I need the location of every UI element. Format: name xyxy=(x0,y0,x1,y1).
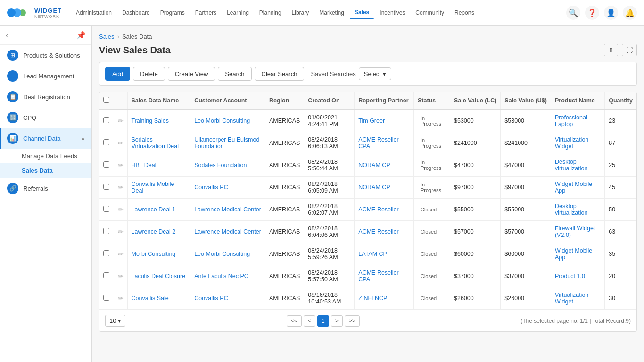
row-checkbox-7[interactable] xyxy=(103,272,109,278)
reporting-partner-link[interactable]: ZINFI NCP xyxy=(358,295,387,302)
row-checkbox-4[interactable] xyxy=(103,206,109,212)
customer-account-link[interactable]: Leo Morbi Consulting xyxy=(194,118,250,124)
row-checkbox-1[interactable] xyxy=(103,139,109,145)
select-all-checkbox[interactable] xyxy=(103,97,109,103)
reporting-partner-link[interactable]: ACME Reseller xyxy=(358,206,398,213)
export-icon-button[interactable]: ⬆ xyxy=(604,44,618,56)
pagination-first-button[interactable]: << xyxy=(287,315,302,327)
sidebar-pin-button[interactable]: 📌 xyxy=(76,31,86,40)
sidebar-sub-manage-data-feeds[interactable]: Manage Data Feeds xyxy=(0,149,91,163)
product-name-link[interactable]: Firewall Widget (V2.0) xyxy=(555,225,595,238)
row-checkbox-0[interactable] xyxy=(103,117,109,123)
pagination-prev-button[interactable]: < xyxy=(304,315,315,327)
customer-account-link[interactable]: Sodales Foundation xyxy=(194,162,247,168)
sidebar-item-lead-management[interactable]: 👤 Lead Management xyxy=(0,66,91,86)
nav-link-learning[interactable]: Learning xyxy=(222,7,254,19)
nav-link-partners[interactable]: Partners xyxy=(190,7,221,19)
sidebar-sub-sales-data[interactable]: Sales Data xyxy=(0,163,91,178)
pagination-page-1-button[interactable]: 1 xyxy=(317,315,329,327)
edit-icon-8[interactable]: ✏ xyxy=(118,295,124,302)
nav-link-sales[interactable]: Sales xyxy=(350,6,374,19)
nav-link-library[interactable]: Library xyxy=(287,7,314,19)
reporting-partner-link[interactable]: ACME Reseller CPA xyxy=(358,269,398,283)
customer-account-link[interactable]: Ante Laculis Nec PC xyxy=(194,273,248,279)
sales-data-name-link[interactable]: HBL Deal xyxy=(132,162,157,168)
nav-link-incentives[interactable]: Incentives xyxy=(375,7,410,19)
reporting-partner-link[interactable]: ACME Reseller xyxy=(358,228,398,235)
sales-data-name-link[interactable]: Convallis Sale xyxy=(132,295,169,302)
sidebar-item-referrals[interactable]: 🔗 Referrals xyxy=(0,178,91,199)
edit-icon-6[interactable]: ✏ xyxy=(118,250,124,258)
product-name-link[interactable]: Desktop virtualization xyxy=(555,203,587,216)
nav-link-programs[interactable]: Programs xyxy=(156,7,190,19)
fullscreen-icon-button[interactable]: ⛶ xyxy=(622,44,637,56)
row-region-cell: AMERICAS xyxy=(265,243,304,265)
reporting-partner-link[interactable]: NORAM CP xyxy=(358,184,390,191)
nav-link-reports[interactable]: Reports xyxy=(450,7,479,19)
logo-circle-1 xyxy=(7,8,16,17)
sidebar-item-products-solutions[interactable]: ⊞ Products & Solutions xyxy=(0,45,91,66)
product-name-link[interactable]: Desktop virtualization xyxy=(555,159,587,172)
reporting-partner-link[interactable]: ACME Reseller CPA xyxy=(358,136,398,150)
customer-account-link[interactable]: Convallis PC xyxy=(194,184,228,191)
edit-icon-5[interactable]: ✏ xyxy=(118,228,124,236)
product-name-link[interactable]: Virtualization Widget xyxy=(555,136,588,150)
reporting-partner-link[interactable]: LATAM CP xyxy=(358,251,387,257)
row-checkbox-8[interactable] xyxy=(103,295,109,301)
row-checkbox-5[interactable] xyxy=(103,228,109,234)
edit-icon-3[interactable]: ✏ xyxy=(118,184,124,191)
pagination-next-button[interactable]: > xyxy=(331,315,343,327)
delete-button[interactable]: Delete xyxy=(133,67,165,81)
reporting-partner-link[interactable]: NORAM CP xyxy=(358,162,390,168)
per-page-select[interactable]: 10 ▾ xyxy=(105,315,125,327)
nav-link-dashboard[interactable]: Dashboard xyxy=(117,7,155,19)
sales-data-name-link[interactable]: Laculis Deal Closure xyxy=(132,273,186,279)
breadcrumb-sales[interactable]: Sales xyxy=(99,33,115,40)
product-name-link[interactable]: Widget Mobile App xyxy=(555,247,592,261)
product-name-link[interactable]: Product 1.0 xyxy=(555,273,585,279)
customer-account-link[interactable]: Lawrence Medical Center xyxy=(194,206,261,213)
add-button[interactable]: Add xyxy=(105,67,130,81)
search-nav-button[interactable]: 🔍 xyxy=(566,6,580,20)
edit-icon-0[interactable]: ✏ xyxy=(118,117,124,125)
sidebar-item-cpq[interactable]: 🔢 CPQ xyxy=(0,107,91,128)
search-button[interactable]: Search xyxy=(218,67,251,81)
nav-link-marketing[interactable]: Marketing xyxy=(314,7,349,19)
sidebar-item-deal-registration[interactable]: 📋 Deal Registration xyxy=(0,86,91,107)
sales-data-name-link[interactable]: Convallis Mobile Deal xyxy=(132,181,174,194)
row-checkbox-3[interactable] xyxy=(103,184,109,190)
pagination-last-button[interactable]: >> xyxy=(345,315,360,327)
reporting-partner-link[interactable]: Tim Greer xyxy=(358,118,385,124)
edit-icon-2[interactable]: ✏ xyxy=(118,161,124,169)
product-name-link[interactable]: Widget Mobile App xyxy=(555,181,592,194)
customer-account-link[interactable]: Lawrence Medical Center xyxy=(194,228,261,235)
edit-icon-4[interactable]: ✏ xyxy=(118,206,124,213)
nav-link-community[interactable]: Community xyxy=(411,7,449,19)
nav-link-administration[interactable]: Administration xyxy=(71,7,116,19)
clear-search-button[interactable]: Clear Search xyxy=(255,67,305,81)
sales-data-name-link[interactable]: Lawrence Deal 2 xyxy=(132,228,176,235)
create-view-button[interactable]: Create View xyxy=(168,67,215,81)
edit-icon-1[interactable]: ✏ xyxy=(118,139,124,147)
sidebar-collapse-button[interactable]: ‹ xyxy=(6,31,8,40)
product-name-link[interactable]: Virtualization Widget xyxy=(555,292,588,305)
nav-link-planning[interactable]: Planning xyxy=(255,7,286,19)
row-region-cell: AMERICAS xyxy=(265,154,304,177)
customer-account-link[interactable]: Leo Morbi Consulting xyxy=(194,251,250,257)
customer-account-link[interactable]: Convallis PC xyxy=(194,295,228,302)
sidebar-item-channel-data[interactable]: 📊 Channel Data ▲ xyxy=(0,128,91,149)
select-chevron-icon: ▾ xyxy=(383,70,386,77)
sales-data-name-link[interactable]: Sodales Virtualization Deal xyxy=(132,136,179,150)
notifications-button[interactable]: 🔔 xyxy=(623,6,637,20)
row-checkbox-2[interactable] xyxy=(103,161,109,168)
saved-searches-select[interactable]: Select ▾ xyxy=(359,67,391,80)
edit-icon-7[interactable]: ✏ xyxy=(118,272,124,280)
sales-data-name-link[interactable]: Training Sales xyxy=(132,118,169,124)
row-checkbox-6[interactable] xyxy=(103,250,109,256)
sales-data-name-link[interactable]: Lawrence Deal 1 xyxy=(132,206,176,213)
sales-data-name-link[interactable]: Morbi Consulting xyxy=(132,251,176,257)
product-name-link[interactable]: Professional Laptop xyxy=(555,114,587,127)
help-button[interactable]: ❓ xyxy=(585,6,599,20)
user-avatar[interactable]: 👤 xyxy=(604,6,618,20)
customer-account-link[interactable]: Ullamcorper Eu Euismod Foundation xyxy=(194,136,259,150)
